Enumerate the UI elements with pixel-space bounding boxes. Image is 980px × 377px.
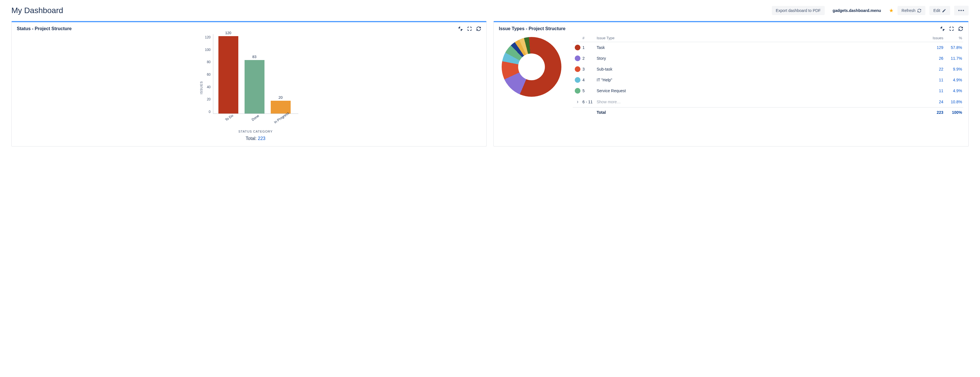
y-tick: 60 (207, 73, 210, 77)
table-row: 3Sub-task229.9% (573, 64, 963, 75)
chevron-right-icon: › (577, 99, 578, 105)
pencil-icon (942, 8, 946, 13)
star-icon[interactable]: ★ (889, 7, 894, 14)
y-axis: 120100806040200 (205, 34, 213, 114)
legend-dot (575, 88, 581, 94)
cell-issues-link[interactable]: 129 (937, 45, 943, 50)
maximize-icon[interactable] (949, 26, 954, 31)
table-row: 2Story2611.7% (573, 53, 963, 64)
minimize-icon[interactable] (458, 26, 463, 31)
cell-pct-link[interactable]: 4.9% (953, 78, 962, 82)
col-issues: Issues (926, 36, 943, 40)
table-row: 5Service Request114.9% (573, 85, 963, 96)
status-panel: Status - Project Structure ISSUES 120100… (11, 21, 487, 147)
refresh-panel-icon[interactable] (476, 26, 481, 31)
refresh-panel-icon[interactable] (958, 26, 963, 31)
bar[interactable]: 83 (245, 54, 264, 113)
cell-issues-link[interactable]: 11 (939, 88, 943, 93)
cell-rank: 2 (582, 56, 597, 61)
cell-issues-link[interactable]: 22 (939, 67, 943, 72)
status-panel-header: Status - Project Structure (17, 26, 481, 31)
page-title: My Dashboard (11, 6, 63, 15)
bar-rect (218, 36, 238, 113)
col-pct: % (943, 36, 963, 40)
y-tick: 80 (207, 60, 210, 64)
edit-button[interactable]: Edit (929, 6, 950, 15)
bar[interactable]: 120 (218, 31, 238, 113)
x-labels: To DoDoneIn Progress (213, 116, 298, 120)
cell-issues-link[interactable]: 26 (939, 56, 943, 61)
cell-pct-link[interactable]: 4.9% (953, 88, 962, 93)
more-issues-link[interactable]: 24 (939, 100, 943, 104)
y-tick: 40 (207, 85, 210, 89)
col-rank: # (582, 36, 597, 40)
y-tick: 100 (205, 48, 210, 52)
minimize-icon[interactable] (940, 26, 945, 31)
bars-container: 1208320 (213, 34, 298, 114)
y-axis-label: ISSUES (200, 81, 203, 94)
legend-dot (575, 77, 581, 83)
cell-pct-link[interactable]: 57.8% (951, 45, 962, 50)
status-chart: ISSUES 120100806040200 1208320 To DoDone… (17, 34, 481, 141)
issue-types-table: # Issue Type Issues % 1Task12957.8%2Stor… (573, 34, 963, 117)
donut-chart (502, 37, 562, 97)
legend-dot (575, 66, 581, 72)
refresh-icon (917, 8, 921, 13)
issue-types-panel-actions (940, 26, 963, 31)
col-name: Issue Type (597, 36, 926, 40)
cell-rank: 5 (582, 88, 597, 93)
cell-rank: 4 (582, 78, 597, 82)
panels-row: Status - Project Structure ISSUES 120100… (11, 21, 969, 147)
issue-types-content: # Issue Type Issues % 1Task12957.8%2Stor… (499, 34, 963, 117)
cell-name: IT "Help" (597, 78, 926, 82)
refresh-button[interactable]: Refresh (897, 6, 925, 15)
status-panel-title: Status - Project Structure (17, 26, 72, 31)
status-total-link[interactable]: 223 (258, 136, 266, 141)
cell-name: Task (597, 45, 926, 50)
x-axis-label: STATUS CATEGORY (213, 130, 298, 133)
dashboard-header: My Dashboard Export dashboard to PDF gad… (11, 6, 969, 15)
total-row: Total 223 100% (573, 107, 963, 117)
status-total: Total: 223 (213, 136, 298, 141)
export-pdf-button[interactable]: Export dashboard to PDF (772, 6, 825, 15)
more-pct-link[interactable]: 10.8% (951, 100, 962, 104)
more-actions-button[interactable]: ••• (954, 6, 969, 15)
cell-name: Story (597, 56, 926, 61)
cell-pct-link[interactable]: 9.9% (953, 67, 962, 72)
show-more-row[interactable]: › 6 - 11 Show more… 24 10.8% (573, 96, 963, 107)
bar-value-label: 83 (252, 54, 256, 59)
header-actions: Export dashboard to PDF gadgets.dashboar… (772, 6, 969, 15)
issue-types-panel-header: Issue Types - Project Structure (499, 26, 963, 31)
dashboard-menu-label[interactable]: gadgets.dashboard.menu (829, 6, 885, 15)
table-header-row: # Issue Type Issues % (573, 34, 963, 42)
cell-name: Sub-task (597, 67, 926, 72)
bar-rect (245, 60, 264, 113)
legend-dot (575, 56, 581, 61)
legend-dot (575, 45, 581, 50)
maximize-icon[interactable] (467, 26, 472, 31)
y-tick: 120 (205, 35, 210, 39)
y-tick: 20 (207, 97, 210, 101)
issue-types-panel-title: Issue Types - Project Structure (499, 26, 565, 31)
status-panel-actions (458, 26, 481, 31)
table-row: 4IT "Help"114.9% (573, 75, 963, 85)
cell-issues-link[interactable]: 11 (939, 78, 943, 82)
cell-rank: 1 (582, 45, 597, 50)
cell-name: Service Request (597, 88, 926, 93)
y-tick: 0 (209, 110, 211, 114)
issue-types-panel: Issue Types - Project Structure # Issue … (493, 21, 969, 147)
bar-value-label: 20 (278, 95, 282, 100)
table-row: 1Task12957.8% (573, 42, 963, 53)
bar-value-label: 120 (225, 31, 231, 35)
cell-rank: 3 (582, 67, 597, 72)
donut-chart-wrap (499, 34, 564, 97)
cell-pct-link[interactable]: 11.7% (951, 56, 962, 61)
